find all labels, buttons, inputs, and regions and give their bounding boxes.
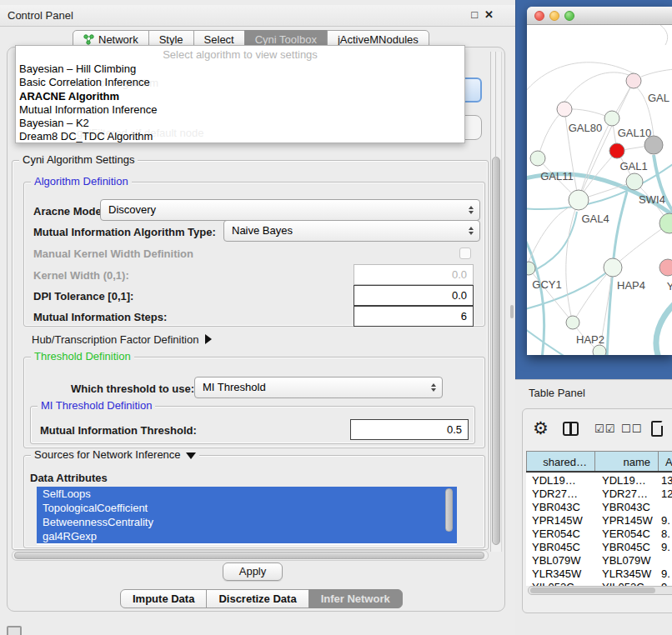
application-window: Control Panel □✕ Network Style Select Cy… — [0, 0, 672, 635]
attribute-item-selected[interactable]: BetweennessCentrality — [37, 515, 457, 529]
node-green-large[interactable] — [659, 213, 672, 233]
node-label: GAL80 — [569, 122, 602, 134]
node-gal11[interactable] — [530, 151, 545, 166]
minimize-traffic-light[interactable] — [549, 11, 559, 21]
tab-infer-network[interactable]: Infer Network — [308, 589, 403, 608]
attribute-item-selected[interactable]: TopologicalCoefficient — [37, 501, 457, 515]
hub-definition-toggle[interactable]: Hub/Transcription Factor Definition — [32, 333, 212, 346]
column-header-name[interactable]: name — [594, 452, 658, 471]
mi-steps-field[interactable]: 6 — [354, 306, 474, 327]
node-y-pink[interactable] — [659, 259, 672, 276]
table-row[interactable]: YDR27…YDR27…12 — [526, 487, 672, 500]
node-gal-top[interactable] — [626, 73, 641, 88]
column-header-shared-name[interactable]: shared… — [526, 452, 594, 471]
table-row[interactable]: YBR043CYBR043C — [526, 500, 672, 513]
tab-discretize-data[interactable]: Discretize Data — [206, 589, 308, 608]
cell-value — [658, 553, 672, 567]
algorithm-option[interactable]: Dream8 DC_TDC Algorithm — [16, 130, 464, 143]
cell-name: YDL19… — [594, 473, 658, 487]
node-hap4[interactable] — [604, 258, 622, 277]
minimized-panel-icon[interactable] — [7, 626, 22, 635]
control-panel-title: Control Panel — [8, 9, 73, 22]
table-horizontal-scrollbar-thumb[interactable] — [530, 588, 655, 593]
mi-threshold-field[interactable]: 0.5 — [350, 419, 469, 440]
node-label: GAL10 — [618, 127, 651, 139]
algorithm-option[interactable]: Mutual Information Inference — [16, 103, 464, 117]
table-row[interactable]: YBL079WYBL079W — [526, 553, 672, 567]
mi-algorithm-type-value: Naive Bayes — [232, 224, 293, 237]
data-attributes-label: Data Attributes — [30, 472, 108, 484]
attribute-item-selected[interactable]: SelfLoops — [37, 487, 457, 501]
attribute-item-selected[interactable]: gal4RGexp — [37, 529, 457, 543]
tab-label: Cyni Toolbox — [255, 33, 317, 46]
panel-edge-fragment — [495, 52, 496, 160]
table-row[interactable]: YDL19…YDL19…13 — [526, 473, 672, 487]
gear-icon[interactable]: ⚙ — [533, 418, 549, 439]
algorithm-option-selected[interactable]: ARACNE Algorithm — [16, 90, 464, 103]
edge — [613, 223, 669, 268]
algorithm-option[interactable]: Basic Correlation Inference — [16, 76, 464, 89]
apply-button[interactable]: Apply — [223, 562, 283, 581]
network-window-titlebar[interactable] — [527, 7, 672, 25]
panel-splitter-handle[interactable] — [510, 305, 514, 318]
column-header-clipped[interactable]: A — [658, 452, 672, 471]
cell-value: 9. — [658, 540, 672, 553]
mi-algorithm-type-select[interactable]: Naive Bayes — [223, 220, 480, 242]
sources-toggle[interactable]: Sources for Network Inference — [31, 448, 199, 461]
aracne-mode-select[interactable]: Discovery — [100, 199, 480, 221]
close-traffic-light[interactable] — [534, 11, 544, 21]
table-panel: ⚙ ☑☑ ☐☐ shared… name A YDL19…YDL19…13 YD… — [522, 408, 672, 613]
node-hap2[interactable] — [566, 316, 579, 329]
algorithm-dropdown-popup: Select algorithm to view settings Bayesi… — [15, 45, 465, 143]
settings-vertical-scrollbar-thumb[interactable] — [492, 157, 500, 545]
node-gal10[interactable] — [604, 111, 619, 126]
data-attributes-list[interactable]: SelfLoops TopologicalCoefficient Between… — [37, 487, 457, 545]
node-label: GCY1 — [532, 278, 561, 291]
node-label: HAP2 — [576, 333, 604, 346]
node-gal1-selected[interactable] — [609, 143, 624, 158]
table-row[interactable]: YBR045CYBR045C9. — [526, 540, 672, 553]
zoom-traffic-light[interactable] — [564, 11, 574, 21]
node-label: GAL1 — [619, 160, 647, 172]
cell-value: 13 — [658, 473, 672, 487]
cell-name: YLR345W — [594, 567, 658, 580]
checked-pair-icon[interactable]: ☑☑ — [594, 418, 615, 439]
group-title: MI Threshold Definition — [38, 399, 155, 412]
settings-horizontal-scrollbar-thumb[interactable] — [14, 552, 484, 559]
node-gal4[interactable] — [569, 190, 589, 210]
split-columns-icon[interactable] — [563, 418, 579, 439]
collapse-arrow-icon — [186, 452, 196, 459]
cell-shared: YDL19… — [526, 473, 594, 487]
node-gal80[interactable] — [557, 102, 572, 117]
cell-shared: YDR27… — [526, 487, 594, 500]
kernel-width-label: Kernel Width (0,1): — [33, 269, 129, 282]
table-row[interactable]: YLR345WYLR345W9. — [526, 567, 672, 580]
float-window-icon[interactable]: □ — [471, 8, 484, 21]
edge — [566, 200, 579, 322]
dpi-tolerance-label: DPI Tolerance [0,1]: — [33, 290, 133, 302]
node-swi4[interactable] — [626, 173, 643, 190]
table-panel-title: Table Panel — [529, 387, 585, 399]
node-partial[interactable] — [593, 345, 606, 355]
algorithm-option[interactable]: Bayesian – Hill Climbing — [16, 62, 464, 76]
network-canvas[interactable]: GAL GAL80 GAL10 GAL11 GAL1 SWI4 GAL4 GCY… — [527, 25, 672, 355]
cell-name: YBR045C — [594, 540, 658, 553]
mi-threshold-label: Mutual Information Threshold: — [40, 424, 197, 437]
file-icon[interactable] — [651, 418, 663, 439]
edge — [573, 268, 613, 322]
dpi-tolerance-field[interactable]: 0.0 — [354, 285, 474, 306]
manual-kernel-checkbox[interactable] — [459, 248, 471, 259]
table-row[interactable]: YPR145WYPR145W9. — [526, 513, 672, 527]
node-label: HAP4 — [617, 279, 645, 292]
tab-impute-data[interactable]: Impute Data — [120, 589, 207, 608]
table-row-partial[interactable]: YIL053CYIL053C9. — [526, 580, 672, 586]
algorithm-option[interactable]: Bayesian – K2 — [16, 117, 464, 130]
table-row[interactable]: YER054CYER054C8. — [526, 527, 672, 540]
which-threshold-select[interactable]: MI Threshold — [194, 377, 443, 398]
attribute-list-scrollbar[interactable] — [445, 488, 453, 532]
network-icon — [83, 34, 94, 45]
unchecked-pair-icon[interactable]: ☐☐ — [621, 418, 642, 439]
close-icon[interactable]: ✕ — [484, 8, 500, 21]
table-horizontal-scrollbar[interactable] — [528, 586, 672, 595]
kernel-width-field[interactable]: 0.0 — [354, 264, 474, 285]
